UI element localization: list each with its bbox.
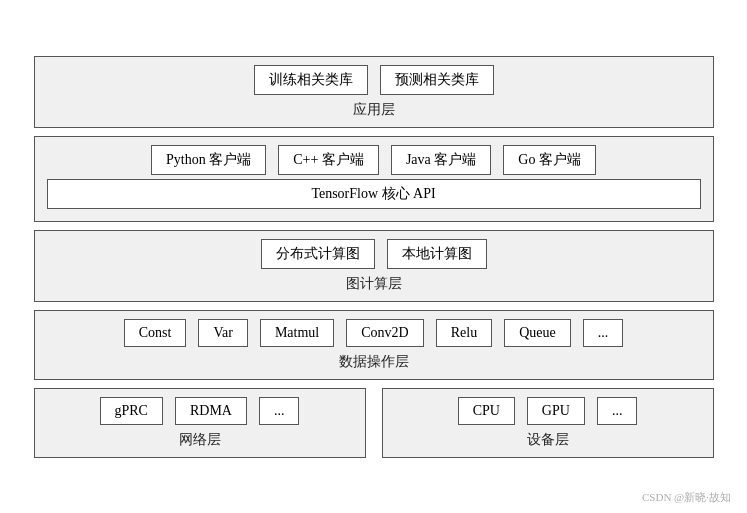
device-boxes-row: CPU GPU ... bbox=[393, 397, 703, 425]
network-boxes-row: gPRC RDMA ... bbox=[45, 397, 355, 425]
box-go-client: Go 客户端 bbox=[503, 145, 596, 175]
network-layer: gPRC RDMA ... 网络层 bbox=[34, 388, 366, 458]
box-python-client: Python 客户端 bbox=[151, 145, 266, 175]
box-dots-device: ... bbox=[597, 397, 638, 425]
device-layer-label: 设备层 bbox=[393, 431, 703, 449]
box-local-graph: 本地计算图 bbox=[387, 239, 487, 269]
box-cpu: CPU bbox=[458, 397, 515, 425]
bottom-sections: gPRC RDMA ... 网络层 CPU GPU ... 设备层 bbox=[34, 388, 714, 458]
graph-layer-label: 图计算层 bbox=[47, 275, 701, 293]
app-layer-boxes: 训练相关类库 预测相关类库 bbox=[47, 65, 701, 95]
app-layer-label: 应用层 bbox=[47, 101, 701, 119]
app-layer: 训练相关类库 预测相关类库 应用层 bbox=[34, 56, 714, 128]
box-train-lib: 训练相关类库 bbox=[254, 65, 368, 95]
box-conv2d: Conv2D bbox=[346, 319, 423, 347]
box-predict-lib: 预测相关类库 bbox=[380, 65, 494, 95]
box-queue: Queue bbox=[504, 319, 571, 347]
box-const: Const bbox=[124, 319, 187, 347]
box-dots-data: ... bbox=[583, 319, 624, 347]
data-layer: Const Var Matmul Conv2D Relu Queue ... 数… bbox=[34, 310, 714, 380]
client-boxes-row: Python 客户端 C++ 客户端 Java 客户端 Go 客户端 bbox=[47, 145, 701, 175]
box-cpp-client: C++ 客户端 bbox=[278, 145, 379, 175]
box-relu: Relu bbox=[436, 319, 492, 347]
data-boxes-row: Const Var Matmul Conv2D Relu Queue ... bbox=[47, 319, 701, 347]
box-gprc: gPRC bbox=[100, 397, 163, 425]
box-java-client: Java 客户端 bbox=[391, 145, 491, 175]
graph-layer: 分布式计算图 本地计算图 图计算层 bbox=[34, 230, 714, 302]
client-layer: Python 客户端 C++ 客户端 Java 客户端 Go 客户端 Tenso… bbox=[34, 136, 714, 222]
diagram: 训练相关类库 预测相关类库 应用层 Python 客户端 C++ 客户端 Jav… bbox=[34, 56, 714, 458]
data-layer-label: 数据操作层 bbox=[47, 353, 701, 371]
box-tf-core-api: TensorFlow 核心 API bbox=[47, 179, 701, 209]
box-rdma: RDMA bbox=[175, 397, 247, 425]
box-matmul: Matmul bbox=[260, 319, 334, 347]
box-var: Var bbox=[198, 319, 247, 347]
network-layer-label: 网络层 bbox=[45, 431, 355, 449]
box-distributed-graph: 分布式计算图 bbox=[261, 239, 375, 269]
watermark: CSDN @新晓·故知 bbox=[642, 490, 731, 505]
box-dots-network: ... bbox=[259, 397, 300, 425]
device-layer: CPU GPU ... 设备层 bbox=[382, 388, 714, 458]
graph-boxes-row: 分布式计算图 本地计算图 bbox=[47, 239, 701, 269]
box-gpu: GPU bbox=[527, 397, 585, 425]
